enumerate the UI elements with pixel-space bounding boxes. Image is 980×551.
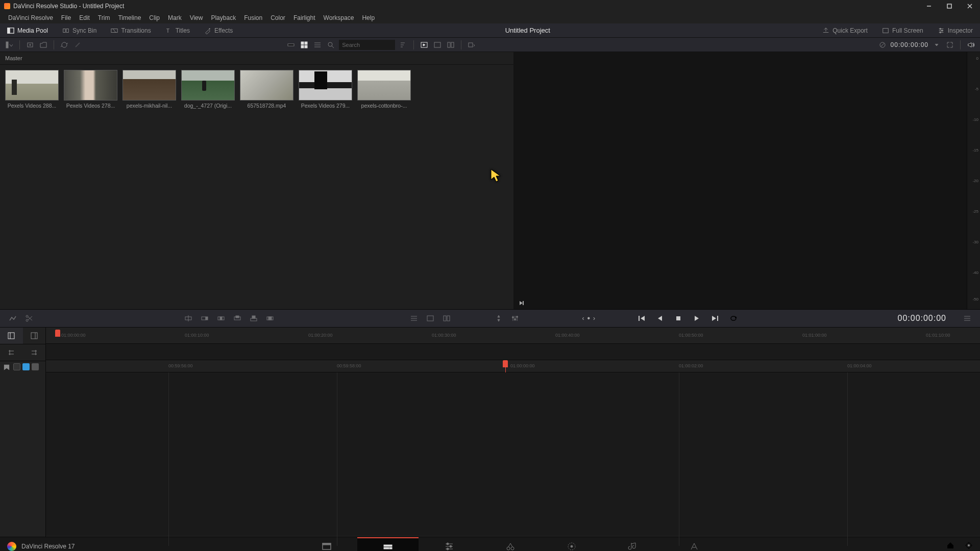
expand-viewer-button[interactable] <box>945 40 955 50</box>
page-color[interactable] <box>541 537 602 552</box>
bin-list-dropdown[interactable] <box>4 40 14 50</box>
maximize-button[interactable] <box>939 0 960 12</box>
import-media-button[interactable] <box>25 40 35 50</box>
clip-item[interactable]: Pexels Videos 278... <box>64 70 117 109</box>
clip-item[interactable]: 657518728.mp4 <box>240 70 293 109</box>
viewer-mode-3[interactable] <box>446 40 456 50</box>
strip-view-button[interactable] <box>286 40 296 50</box>
tab-sync-bin[interactable]: Sync Bin <box>55 23 104 37</box>
bypass-button[interactable] <box>877 40 888 50</box>
menu-timeline[interactable]: Timeline <box>114 14 145 21</box>
menu-playback[interactable]: Playback <box>207 14 240 21</box>
source-overwrite-button[interactable] <box>264 313 276 324</box>
clip-item[interactable]: Pexels Videos 279... <box>299 70 352 109</box>
search-icon[interactable] <box>326 40 336 50</box>
menu-file[interactable]: File <box>57 14 75 21</box>
place-on-top-button[interactable] <box>248 313 259 324</box>
sync-button[interactable] <box>59 40 69 50</box>
last-frame-button[interactable] <box>709 313 721 324</box>
tc-dropdown[interactable] <box>932 40 942 50</box>
boring-detector-button[interactable] <box>7 313 18 324</box>
menu-view[interactable]: View <box>186 14 207 21</box>
transform-button[interactable] <box>493 313 504 324</box>
page-fusion[interactable] <box>480 537 541 552</box>
minimize-button[interactable] <box>919 0 939 12</box>
timeline-track-selector-1[interactable] <box>0 328 23 344</box>
playhead-upper[interactable] <box>55 330 60 337</box>
menu-help[interactable]: Help <box>358 14 379 21</box>
tab-effects[interactable]: Effects <box>197 23 240 37</box>
ripple-overwrite-button[interactable] <box>215 313 227 324</box>
play-button[interactable] <box>691 313 702 324</box>
timeline-ruler-upper[interactable]: 01:00:00:00 01:00:10:00 01:00:20:00 01:0… <box>46 328 980 344</box>
timeline-overview-track[interactable] <box>46 344 980 360</box>
timeline-track-selector-2[interactable] <box>23 328 46 344</box>
loop-button[interactable] <box>728 313 739 324</box>
timeline-sync-lock[interactable] <box>0 344 23 361</box>
tools-dropdown-3[interactable] <box>441 313 452 324</box>
clip-item[interactable]: dog_-_4727 (Origi... <box>181 70 235 109</box>
marker-color-1[interactable] <box>13 363 20 370</box>
sort-button[interactable] <box>398 40 408 50</box>
audio-levels-button[interactable] <box>509 313 521 324</box>
page-edit[interactable] <box>419 537 480 552</box>
tools-dropdown-2[interactable] <box>425 313 436 324</box>
menu-color[interactable]: Color <box>266 14 289 21</box>
viewer-mode-1[interactable] <box>419 40 429 50</box>
timeline-audio-sync[interactable] <box>23 344 46 361</box>
tab-full-screen[interactable]: Full Screen <box>875 23 930 37</box>
timeline-ruler-lower[interactable]: 00:59:56:00 00:59:58:00 01:00:00:00 01:0… <box>46 360 980 372</box>
thumbnail-view-button[interactable] <box>299 40 309 50</box>
page-deliver[interactable] <box>664 537 725 552</box>
menu-fairlight[interactable]: Fairlight <box>289 14 320 21</box>
close-button[interactable] <box>960 0 980 12</box>
menu-davinci-resolve[interactable]: DaVinci Resolve <box>4 14 57 21</box>
timeline-timecode[interactable]: 00:00:00:00 <box>897 314 946 323</box>
viewer-options[interactable] <box>467 40 477 50</box>
tab-quick-export[interactable]: Quick Export <box>815 23 875 37</box>
menu-edit[interactable]: Edit <box>75 14 94 21</box>
close-up-button[interactable] <box>232 313 243 324</box>
timeline-options-button[interactable] <box>962 313 973 324</box>
list-view-button[interactable] <box>312 40 323 50</box>
page-cut[interactable] <box>357 537 419 552</box>
menu-fusion[interactable]: Fusion <box>240 14 266 21</box>
marker-color-3[interactable] <box>32 363 39 370</box>
next-edit-icon[interactable]: › <box>593 315 595 322</box>
menu-clip[interactable]: Clip <box>145 14 164 21</box>
split-clip-button[interactable] <box>23 313 35 324</box>
clip-item[interactable]: pexels-cottonbro-... <box>357 70 411 109</box>
project-settings-button[interactable] <box>965 541 973 552</box>
bin-master-label[interactable]: Master <box>0 52 513 65</box>
viewer-mode-2[interactable] <box>432 40 443 50</box>
reverse-play-button[interactable] <box>654 313 666 324</box>
smart-insert-button[interactable] <box>183 313 194 324</box>
edit-nav[interactable]: ‹ • › <box>582 314 595 323</box>
match-frame-icon[interactable] <box>519 299 525 305</box>
marker-tool[interactable] <box>2 363 11 372</box>
search-input[interactable] <box>339 40 395 50</box>
home-button[interactable] <box>946 541 954 552</box>
page-media[interactable] <box>296 537 357 552</box>
clip-item[interactable]: Pexels Videos 288... <box>5 70 59 109</box>
tools-dropdown-1[interactable] <box>408 313 420 324</box>
tab-transitions[interactable]: Transitions <box>104 23 158 37</box>
first-frame-button[interactable] <box>636 313 647 324</box>
stop-button[interactable] <box>673 313 684 324</box>
menu-mark[interactable]: Mark <box>164 14 186 21</box>
import-folder-button[interactable] <box>38 40 48 50</box>
timeline-detail-tracks[interactable] <box>46 372 980 536</box>
timeline-tracks[interactable]: 01:00:00:00 01:00:10:00 01:00:20:00 01:0… <box>46 328 980 537</box>
volume-icon[interactable] <box>966 40 976 50</box>
viewer-timecode[interactable]: 00:00:00:00 <box>891 41 928 48</box>
clip-item[interactable]: pexels-mikhail-nil... <box>122 70 176 109</box>
viewer-panel[interactable] <box>513 52 967 309</box>
marker-color-2[interactable] <box>22 363 30 370</box>
menu-trim[interactable]: Trim <box>94 14 114 21</box>
page-fairlight[interactable] <box>602 537 664 552</box>
tab-inspector[interactable]: Inspector <box>930 23 980 37</box>
tab-titles[interactable]: T Titles <box>158 23 197 37</box>
append-button[interactable] <box>199 313 210 324</box>
tool-button[interactable] <box>72 40 83 50</box>
tab-media-pool[interactable]: Media Pool <box>0 23 55 37</box>
